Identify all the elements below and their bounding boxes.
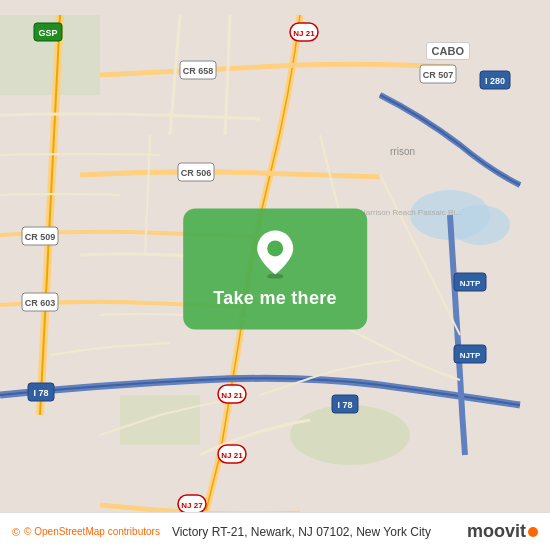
moovit-logo: moovit: [467, 521, 538, 542]
map-pin-icon: [253, 228, 297, 278]
bottom-bar: © © OpenStreetMap contributors Victory R…: [0, 512, 550, 550]
osm-logo: ©: [12, 526, 20, 538]
svg-text:NJ 21: NJ 21: [293, 29, 315, 38]
svg-text:NJ 21: NJ 21: [221, 451, 243, 460]
svg-text:CR 507: CR 507: [423, 70, 454, 80]
svg-point-39: [267, 240, 283, 256]
svg-text:CR 603: CR 603: [25, 298, 56, 308]
svg-text:rrison: rrison: [390, 146, 415, 157]
address-text: Victory RT-21, Newark, NJ 07102, New Yor…: [172, 525, 431, 539]
svg-text:CR 506: CR 506: [181, 168, 212, 178]
svg-text:CR 509: CR 509: [25, 232, 56, 242]
svg-text:I 78: I 78: [337, 400, 352, 410]
svg-text:I 78: I 78: [33, 388, 48, 398]
svg-point-4: [290, 405, 410, 465]
attribution-area: © © OpenStreetMap contributors Victory R…: [12, 525, 431, 539]
svg-text:NJ 27: NJ 27: [181, 501, 203, 510]
take-me-there-button[interactable]: Take me there: [213, 288, 337, 309]
svg-text:NJTP: NJTP: [460, 279, 481, 288]
svg-text:Harrison Reach Passaic Ri...: Harrison Reach Passaic Ri...: [360, 208, 462, 217]
cabo-label: CABO: [426, 42, 470, 60]
center-card[interactable]: Take me there: [183, 208, 367, 329]
svg-text:GSP: GSP: [38, 28, 57, 38]
moovit-text: moovit: [467, 521, 526, 542]
svg-text:NJTP: NJTP: [460, 351, 481, 360]
moovit-dot: [528, 527, 538, 537]
osm-attribution: © OpenStreetMap contributors: [24, 526, 160, 537]
map-container: rrison Harrison Reach Passaic Ri... CR 6…: [0, 0, 550, 550]
svg-rect-5: [120, 395, 200, 445]
svg-text:I 280: I 280: [485, 76, 505, 86]
svg-text:NJ 21: NJ 21: [221, 391, 243, 400]
svg-text:CR 658: CR 658: [183, 66, 214, 76]
